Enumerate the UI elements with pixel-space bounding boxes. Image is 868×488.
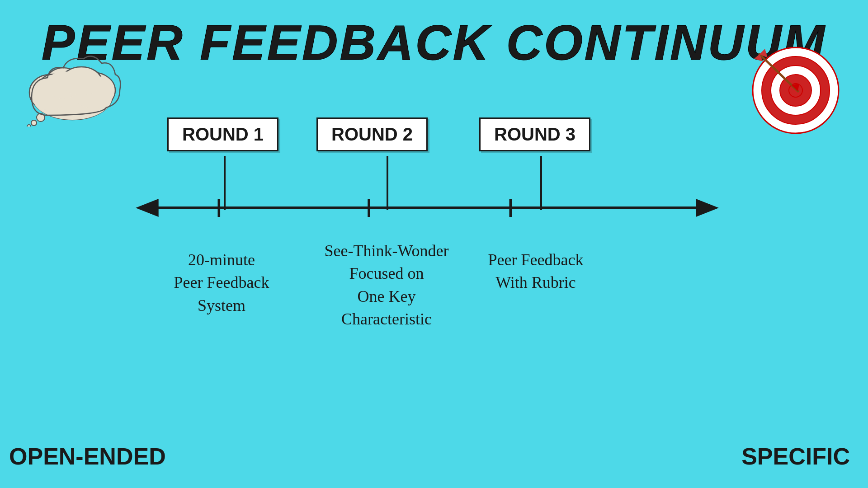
svg-marker-15 (136, 199, 159, 217)
open-ended-label: OPEN-ENDED (9, 443, 166, 470)
svg-marker-16 (696, 199, 719, 217)
round2-description: See-Think-WonderFocused onOne KeyCharact… (307, 239, 466, 331)
specific-label: SPECIFIC (741, 443, 850, 470)
svg-point-8 (27, 125, 31, 127)
round1-label: ROUND 1 (167, 117, 278, 151)
continuum-area: ROUND 1 ROUND 2 ROUND 3 20-minutePeer Fe… (36, 108, 832, 334)
page-title: PEER FEEDBACK CONTINUUM (0, 0, 868, 71)
continuum-arrow (136, 194, 719, 197)
round3-label: ROUND 3 (479, 117, 590, 151)
round3-description: Peer FeedbackWith Rubric (470, 249, 601, 294)
round1-description: 20-minutePeer FeedbackSystem (163, 249, 280, 317)
target-icon (746, 36, 845, 137)
svg-point-13 (62, 70, 101, 95)
round2-label: ROUND 2 (316, 117, 428, 151)
